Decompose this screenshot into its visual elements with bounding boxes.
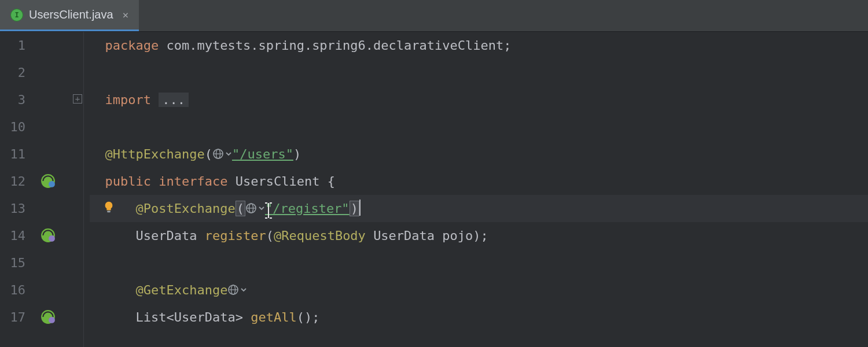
- editor[interactable]: 1 2 3 + 10 11 12 13 14 15 16 17: [0, 32, 868, 347]
- close-icon[interactable]: ×: [123, 9, 129, 21]
- line-number: 1: [2, 32, 25, 59]
- spring-web-icon[interactable]: [41, 228, 56, 243]
- line-number: 13: [2, 195, 25, 222]
- code-line: @PostExchange("/register"): [90, 201, 361, 216]
- interface-icon: I: [10, 9, 23, 21]
- line-number: 14: [2, 222, 25, 249]
- code-line: @GetExchange: [90, 283, 247, 297]
- code-line: public interface UsersClient {: [90, 174, 335, 189]
- line-number: 17: [2, 304, 25, 331]
- gutter: 1 2 3 + 10 11 12 13 14 15 16 17: [0, 32, 84, 347]
- line-number: 15: [2, 249, 25, 276]
- fold-expand-icon[interactable]: +: [73, 94, 82, 104]
- url-gutter-icon[interactable]: [227, 284, 247, 296]
- line-number: 16: [2, 276, 25, 304]
- code-line: UserData register(@RequestBody UserData …: [90, 228, 488, 243]
- intention-bulb-icon[interactable]: [102, 201, 115, 213]
- svg-point-3: [49, 235, 55, 242]
- url-gutter-icon[interactable]: [212, 148, 232, 160]
- svg-point-1: [49, 181, 55, 187]
- ibeam-cursor-icon: [264, 202, 273, 219]
- text-caret: [359, 200, 361, 216]
- code-line: List<UserData> getAll();: [90, 310, 319, 324]
- file-tab[interactable]: I UsersClient.java ×: [0, 0, 139, 31]
- code-line: import ...: [90, 93, 189, 107]
- spring-bean-icon[interactable]: [41, 174, 56, 189]
- line-number: 10: [2, 113, 25, 141]
- code-line: package com.mytests.spring.spring6.decla…: [90, 38, 512, 53]
- line-number: 3: [2, 86, 25, 113]
- code-content[interactable]: package com.mytests.spring.spring6.decla…: [90, 32, 868, 347]
- tab-bar: I UsersClient.java ×: [0, 0, 868, 32]
- line-number: 2: [2, 59, 25, 86]
- url-gutter-icon[interactable]: [245, 202, 265, 214]
- svg-point-5: [49, 317, 55, 323]
- svg-rect-9: [107, 211, 111, 212]
- line-number: 11: [2, 141, 25, 168]
- folded-region[interactable]: ...: [159, 93, 189, 107]
- tab-filename: UsersClient.java: [29, 8, 113, 21]
- spring-web-icon[interactable]: [41, 309, 56, 324]
- code-line: @HttpExchange("/users"): [90, 147, 301, 161]
- line-number: 12: [2, 168, 25, 195]
